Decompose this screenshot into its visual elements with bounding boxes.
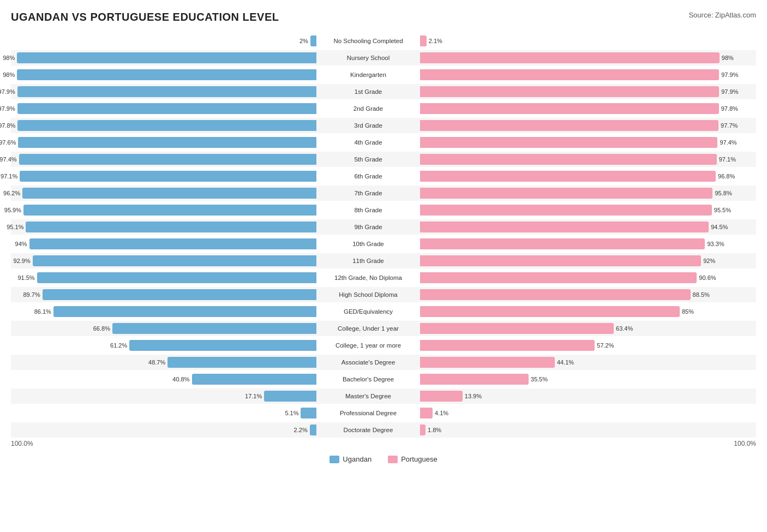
portuguese-value: 96.8% xyxy=(718,173,735,180)
portuguese-value: 97.9% xyxy=(721,71,738,78)
bar-row: 66.8% College, Under 1 year 63.4% xyxy=(11,321,756,336)
portuguese-bar: 97.4% xyxy=(420,137,717,148)
row-wrapper: 95.1% 9th Grade 94.5% xyxy=(11,218,756,236)
row-category-label: 9th Grade xyxy=(316,224,420,230)
row-wrapper: 95.9% 8th Grade 95.5% xyxy=(11,201,756,219)
row-wrapper: 48.7% Associate's Degree 44.1% xyxy=(11,354,756,371)
portuguese-value: 57.2% xyxy=(597,342,614,349)
ugandan-bar: 92.9% xyxy=(33,255,316,266)
ugandan-value: 97.8% xyxy=(0,122,15,129)
ugandan-bar: 98% xyxy=(17,69,316,80)
ugandan-bar: 97.9% xyxy=(17,103,316,114)
ugandan-value: 61.2% xyxy=(110,342,127,349)
bar-row: 61.2% College, 1 year or more 57.2% xyxy=(11,338,756,353)
portuguese-bar: 57.2% xyxy=(420,340,595,351)
ugandan-value: 97.9% xyxy=(0,105,15,112)
bar-row: 97.4% 5th Grade 97.1% xyxy=(11,152,756,167)
row-category-label: 12th Grade, No Diploma xyxy=(316,274,420,281)
bottom-labels: 100.0% 100.0% xyxy=(11,440,756,447)
portuguese-value: 85% xyxy=(682,308,694,315)
portuguese-color-swatch xyxy=(388,456,398,463)
legend-portuguese: Portuguese xyxy=(388,455,438,463)
row-category-label: 8th Grade xyxy=(316,207,420,213)
portuguese-bar: 96.8% xyxy=(420,171,716,182)
ugandan-color-swatch xyxy=(329,456,339,463)
ugandan-bar: 17.1% xyxy=(264,391,316,402)
portuguese-bar: 4.1% xyxy=(420,408,433,419)
row-wrapper: 96.2% 7th Grade 95.8% xyxy=(11,184,756,202)
bar-row: 91.5% 12th Grade, No Diploma 90.6% xyxy=(11,270,756,285)
row-category-label: Kindergarten xyxy=(316,71,420,78)
ugandan-bar: 97.4% xyxy=(19,154,316,165)
portuguese-value: 1.8% xyxy=(428,427,441,433)
ugandan-value: 40.8% xyxy=(172,376,189,382)
ugandan-bar: 95.9% xyxy=(23,205,316,216)
row-category-label: Associate's Degree xyxy=(316,359,420,366)
ugandan-value: 92.9% xyxy=(14,258,31,264)
row-wrapper: 2% No Schooling Completed 2.1% xyxy=(11,32,756,50)
row-wrapper: 91.5% 12th Grade, No Diploma 90.6% xyxy=(11,269,756,286)
portuguese-bar: 44.1% xyxy=(420,357,555,368)
portuguese-value: 63.4% xyxy=(616,325,633,332)
bar-row: 92.9% 11th Grade 92% xyxy=(11,253,756,268)
portuguese-bar: 97.8% xyxy=(420,103,719,114)
ugandan-value: 98% xyxy=(3,55,15,61)
row-category-label: College, Under 1 year xyxy=(316,325,420,332)
ugandan-bar: 66.8% xyxy=(112,323,316,334)
portuguese-bar: 13.9% xyxy=(420,391,463,402)
bar-row: 97.9% 1st Grade 97.9% xyxy=(11,84,756,99)
ugandan-bar: 61.2% xyxy=(129,340,316,351)
portuguese-value: 13.9% xyxy=(465,393,482,399)
bottom-right-label: 100.0% xyxy=(734,440,756,447)
ugandan-value: 91.5% xyxy=(17,274,34,281)
bar-row: 96.2% 7th Grade 95.8% xyxy=(11,186,756,201)
portuguese-value: 35.5% xyxy=(531,376,548,382)
bar-row: 95.1% 9th Grade 94.5% xyxy=(11,219,756,235)
bar-row: 40.8% Bachelor's Degree 35.5% xyxy=(11,372,756,387)
portuguese-value: 97.4% xyxy=(720,139,736,146)
portuguese-value: 88.5% xyxy=(693,291,710,298)
row-category-label: Nursery School xyxy=(316,55,420,61)
portuguese-value: 97.9% xyxy=(721,88,738,95)
row-wrapper: 5.1% Professional Degree 4.1% xyxy=(11,404,756,422)
ugandan-value: 2.2% xyxy=(294,427,308,433)
portuguese-bar: 97.9% xyxy=(420,86,719,97)
row-wrapper: 97.6% 4th Grade 97.4% xyxy=(11,134,756,151)
ugandan-bar: 89.7% xyxy=(43,289,316,300)
bar-row: 86.1% GED/Equivalency 85% xyxy=(11,304,756,319)
ugandan-value: 2% xyxy=(299,38,308,44)
bar-row: 98% Kindergarten 97.9% xyxy=(11,67,756,82)
portuguese-bar: 1.8% xyxy=(420,425,426,435)
bar-row: 98% Nursery School 98% xyxy=(11,50,756,65)
row-wrapper: 97.1% 6th Grade 96.8% xyxy=(11,168,756,185)
portuguese-value: 92% xyxy=(703,258,715,264)
bar-row: 97.9% 2nd Grade 97.8% xyxy=(11,101,756,116)
portuguese-bar: 63.4% xyxy=(420,323,614,334)
row-wrapper: 86.1% GED/Equivalency 85% xyxy=(11,303,756,320)
ugandan-legend-label: Ugandan xyxy=(343,455,371,463)
bar-row: 94% 10th Grade 93.3% xyxy=(11,236,756,252)
row-wrapper: 97.9% 1st Grade 97.9% xyxy=(11,83,756,100)
portuguese-value: 98% xyxy=(722,55,734,61)
bar-row: 97.8% 3rd Grade 97.7% xyxy=(11,118,756,133)
legend-ugandan: Ugandan xyxy=(329,455,371,463)
bar-row: 89.7% High School Diploma 88.5% xyxy=(11,287,756,302)
chart-source: Source: ZipAtlas.com xyxy=(688,11,756,19)
legend: Ugandan Portuguese xyxy=(11,455,756,463)
portuguese-value: 94.5% xyxy=(711,224,728,230)
portuguese-value: 97.8% xyxy=(721,105,738,112)
row-wrapper: 66.8% College, Under 1 year 63.4% xyxy=(11,320,756,337)
row-wrapper: 97.9% 2nd Grade 97.8% xyxy=(11,100,756,117)
portuguese-bar: 97.7% xyxy=(420,120,718,131)
bar-row: 48.7% Associate's Degree 44.1% xyxy=(11,355,756,370)
ugandan-value: 17.1% xyxy=(245,393,262,399)
bar-row: 2.2% Doctorate Degree 1.8% xyxy=(11,422,756,438)
portuguese-bar: 95.5% xyxy=(420,205,712,216)
row-wrapper: 61.2% College, 1 year or more 57.2% xyxy=(11,337,756,354)
row-wrapper: 92.9% 11th Grade 92% xyxy=(11,252,756,270)
row-category-label: 7th Grade xyxy=(316,190,420,196)
bar-row: 97.1% 6th Grade 96.8% xyxy=(11,169,756,184)
portuguese-value: 93.3% xyxy=(707,241,724,247)
ugandan-value: 5.1% xyxy=(285,410,298,416)
ugandan-bar: 40.8% xyxy=(192,374,316,385)
